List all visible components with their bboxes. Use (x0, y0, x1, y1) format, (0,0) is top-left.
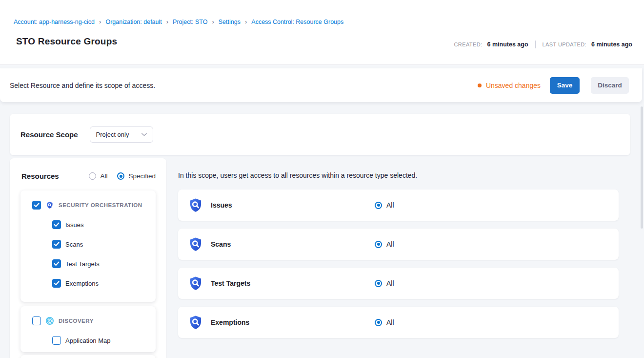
radio-all-icon[interactable] (375, 280, 382, 287)
resource-card-scans: Scans All (178, 229, 619, 260)
access-radio-all[interactable]: All (375, 240, 394, 248)
checkbox-discovery[interactable] (32, 316, 41, 325)
radio-all-icon[interactable] (375, 241, 382, 248)
unsaved-changes-label: Unsaved changes (486, 82, 541, 89)
divider (535, 41, 536, 48)
access-radio-all[interactable]: All (375, 279, 394, 287)
checkbox-exemptions[interactable] (52, 279, 61, 288)
toolbar-description: Select Resource and define its scope of … (10, 82, 155, 89)
breadcrumb-account[interactable]: Account: app-harness-ng-cicd (14, 19, 95, 25)
scrollbar-thumb[interactable] (641, 106, 643, 229)
resources-panel: Resources All Specified SECURITY O (10, 158, 166, 358)
unsaved-dot-icon (478, 84, 482, 87)
resource-scope-card: Resource Scope Project only (10, 114, 630, 155)
resource-scope-selected-value: Project only (96, 131, 129, 138)
resource-card-title: Test Targets (211, 279, 375, 287)
sto-shield-icon (188, 236, 203, 252)
breadcrumb-settings[interactable]: Settings (219, 19, 241, 25)
checkbox-application-map[interactable] (52, 336, 61, 345)
created-value: 6 minutes ago (487, 41, 528, 48)
save-button[interactable]: Save (550, 77, 580, 94)
checkbox-security-orchestration[interactable] (32, 201, 41, 210)
group-card-clipped (20, 355, 156, 358)
scope-description: In this scope, users get access to all r… (178, 171, 417, 179)
timestamps: CREATED: 6 minutes ago LAST UPDATED: 6 m… (454, 41, 632, 48)
chevron-right-icon: › (245, 18, 247, 25)
chevron-right-icon: › (212, 18, 214, 25)
breadcrumb-organization[interactable]: Organization: default (105, 19, 161, 25)
access-label: All (386, 318, 394, 326)
radio-all-icon[interactable] (89, 172, 96, 180)
group-discovery: DISCOVERY Application Map (20, 306, 156, 352)
action-toolbar: Select Resource and define its scope of … (0, 68, 642, 102)
radio-all-label: All (100, 172, 107, 180)
last-updated-value: 6 minutes ago (591, 41, 632, 48)
chevron-right-icon: › (99, 18, 101, 25)
item-label: Scans (65, 241, 83, 248)
radio-specified-label: Specified (128, 172, 156, 180)
resource-item-test-targets: Test Targets (20, 259, 156, 268)
sto-shield-icon (188, 197, 203, 213)
radio-all-icon[interactable] (375, 202, 382, 209)
group-header: DISCOVERY (20, 306, 156, 325)
resource-item-scans: Scans (20, 240, 156, 249)
radio-all-icon[interactable] (375, 319, 382, 326)
group-name: DISCOVERY (59, 318, 94, 324)
resource-card-exemptions: Exemptions All (178, 307, 619, 338)
resource-item-exemptions: Exemptions (20, 279, 156, 288)
breadcrumb-resource-groups[interactable]: Access Control: Resource Groups (251, 19, 343, 25)
breadcrumb: Account: app-harness-ng-cicd › Organizat… (14, 18, 343, 25)
access-label: All (386, 279, 394, 287)
item-label: Exemptions (65, 280, 99, 287)
resource-card-title: Scans (211, 240, 375, 248)
unsaved-changes-indicator: Unsaved changes (478, 82, 541, 89)
resource-card-title: Exemptions (211, 318, 375, 326)
group-name: SECURITY ORCHESTRATION (59, 202, 142, 208)
resources-panel-header: Resources All Specified (10, 158, 166, 180)
item-label: Application Map (65, 337, 111, 344)
resource-scope-select[interactable]: Project only (90, 126, 153, 143)
resource-item-application-map: Application Map (20, 336, 156, 345)
resource-scope-label: Resource Scope (20, 130, 78, 139)
discovery-target-icon (46, 317, 54, 325)
checkbox-issues[interactable] (52, 220, 61, 229)
chevron-right-icon: › (166, 18, 168, 25)
radio-specified[interactable]: Specified (117, 172, 156, 180)
resource-card-test-targets: Test Targets All (178, 268, 619, 299)
group-header: SECURITY ORCHESTRATION (20, 190, 156, 210)
page-title: STO Resource Groups (16, 36, 117, 47)
item-label: Test Targets (65, 260, 100, 268)
radio-specified-icon[interactable] (117, 172, 124, 180)
group-security-orchestration: SECURITY ORCHESTRATION Issues Scans Test… (20, 190, 156, 302)
sto-shield-icon (46, 201, 54, 209)
access-label: All (386, 240, 394, 248)
created-label: CREATED: (454, 42, 483, 47)
access-radio-all[interactable]: All (375, 318, 394, 326)
resource-item-issues: Issues (20, 220, 156, 229)
discard-button[interactable]: Discard (591, 77, 629, 94)
page-header: Account: app-harness-ng-cicd › Organizat… (0, 0, 644, 65)
access-label: All (386, 201, 394, 209)
last-updated-label: LAST UPDATED: (543, 42, 586, 47)
checkbox-scans[interactable] (52, 240, 61, 249)
breadcrumb-project[interactable]: Project: STO (173, 19, 207, 25)
sto-shield-icon (188, 275, 203, 291)
resources-title: Resources (21, 172, 59, 180)
access-radio-all[interactable]: All (375, 201, 394, 209)
checkbox-test-targets[interactable] (52, 259, 61, 268)
resource-card-issues: Issues All (178, 190, 619, 221)
sto-shield-icon (188, 315, 203, 330)
resource-card-title: Issues (211, 201, 375, 209)
item-label: Issues (65, 221, 84, 229)
chevron-down-icon (141, 133, 147, 136)
radio-all[interactable]: All (89, 172, 107, 180)
